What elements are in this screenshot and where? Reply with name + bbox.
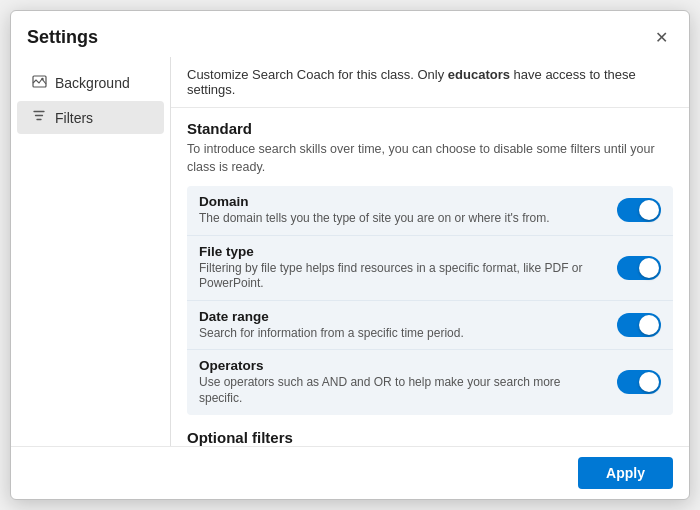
daterange-toggle-knob: [639, 315, 659, 335]
domain-filter-desc: The domain tells you the type of site yo…: [199, 211, 605, 227]
filter-row-filetype: File type Filtering by file type helps f…: [187, 236, 673, 301]
background-label: Background: [55, 75, 130, 91]
main-description: Customize Search Coach for this class. O…: [171, 57, 689, 108]
filetype-filter-name: File type: [199, 244, 605, 259]
filters-icon: [31, 109, 47, 126]
filetype-toggle-knob: [639, 258, 659, 278]
content-area: Standard To introduce search skills over…: [171, 108, 689, 446]
operators-filter-desc: Use operators such as AND and OR to help…: [199, 375, 605, 406]
background-icon: [31, 74, 47, 92]
apply-button[interactable]: Apply: [578, 457, 673, 489]
main-content: Customize Search Coach for this class. O…: [171, 57, 689, 446]
daterange-filter-desc: Search for information from a specific t…: [199, 326, 605, 342]
operators-toggle[interactable]: [617, 370, 661, 394]
filetype-filter-desc: Filtering by file type helps find resour…: [199, 261, 605, 292]
filter-row-domain: Domain The domain tells you the type of …: [187, 186, 673, 236]
dialog-body: Background Filters Customize Search Coac…: [11, 57, 689, 446]
main-desc-before: Customize Search Coach for this class. O…: [187, 67, 448, 82]
domain-filter-name: Domain: [199, 194, 605, 209]
sidebar-item-background[interactable]: Background: [17, 66, 164, 100]
optional-section-title: Optional filters: [187, 429, 673, 446]
dialog-footer: Apply: [11, 446, 689, 499]
domain-toggle-knob: [639, 200, 659, 220]
filter-row-daterange: Date range Search for information from a…: [187, 301, 673, 351]
domain-toggle[interactable]: [617, 198, 661, 222]
filetype-toggle[interactable]: [617, 256, 661, 280]
operators-toggle-knob: [639, 372, 659, 392]
main-desc-bold: educators: [448, 67, 510, 82]
filter-row-operators: Operators Use operators such as AND and …: [187, 350, 673, 414]
domain-filter-text: Domain The domain tells you the type of …: [199, 194, 605, 227]
settings-dialog: Settings ✕ Background: [10, 10, 690, 500]
daterange-filter-name: Date range: [199, 309, 605, 324]
operators-filter-text: Operators Use operators such as AND and …: [199, 358, 605, 406]
svg-point-1: [41, 78, 43, 80]
dialog-header: Settings ✕: [11, 11, 689, 57]
filetype-filter-text: File type Filtering by file type helps f…: [199, 244, 605, 292]
standard-section-title: Standard: [187, 120, 673, 137]
operators-filter-name: Operators: [199, 358, 605, 373]
daterange-filter-text: Date range Search for information from a…: [199, 309, 605, 342]
sidebar-item-filters[interactable]: Filters: [17, 101, 164, 134]
filters-label: Filters: [55, 110, 93, 126]
optional-section: Optional filters Provide a filter that l…: [187, 429, 673, 446]
daterange-toggle[interactable]: [617, 313, 661, 337]
sidebar: Background Filters: [11, 57, 171, 446]
standard-filters-card: Domain The domain tells you the type of …: [187, 186, 673, 415]
dialog-title: Settings: [27, 27, 98, 48]
close-button[interactable]: ✕: [649, 25, 673, 49]
standard-section-desc: To introduce search skills over time, yo…: [187, 141, 673, 176]
